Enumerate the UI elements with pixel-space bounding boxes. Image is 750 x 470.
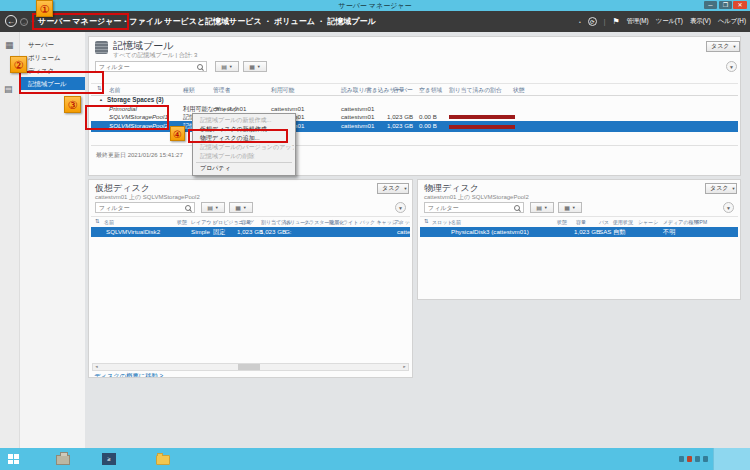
vdisk-tasks-button[interactable]: タスク▼ — [377, 183, 409, 194]
forward-icon[interactable]: → — [20, 18, 28, 26]
powershell-icon[interactable]: ≥ — [102, 453, 116, 465]
scroll-left-icon[interactable]: ◄ — [93, 364, 100, 370]
annotation-box-4 — [188, 129, 288, 143]
breadcrumb-rest[interactable]: ・ファイル サービスと記憶域サービス ・ ボリューム ・ 記憶域プール — [121, 16, 375, 27]
physical-disks-panel: 物理ディスク cattestvm01 上の SQLVMStoragePool2 … — [417, 179, 741, 300]
search-icon — [185, 205, 191, 211]
vdisk-collapse-button[interactable]: ▼ — [395, 202, 406, 213]
pools-collapse-button[interactable]: ▼ — [726, 61, 737, 72]
servers-icon[interactable]: ▤ — [4, 84, 13, 94]
col-name[interactable]: 名前 — [104, 219, 114, 225]
menu-manage[interactable]: 管理(M) — [627, 17, 649, 26]
storage-pools-panel: 記憶域プール すべての記憶域プール | 合計: 3 タスク▼ ▤▼ ▦▼ ▼ ⇅… — [88, 36, 741, 176]
vdisk-filter-preset-button[interactable]: ▤▼ — [201, 202, 225, 213]
system-tray[interactable] — [679, 456, 708, 462]
col-capacity[interactable]: 容量 — [241, 219, 251, 225]
chevron-down-icon: ▼ — [731, 186, 735, 191]
window-title: サーバー マネージャー — [0, 1, 750, 11]
clock-area[interactable] — [713, 448, 750, 470]
pdisk-collapse-button[interactable]: ▼ — [723, 202, 734, 213]
col-tiered[interactable]: 階層化 — [329, 219, 344, 225]
col-available-to[interactable]: 利用可能 — [271, 86, 294, 95]
pools-tasks-button[interactable]: タスク▼ — [706, 41, 740, 52]
menu-tools[interactable]: ツール(T) — [656, 17, 683, 26]
col-percent-allocated[interactable]: 割り当て済みの割合 — [449, 86, 502, 95]
col-chassis[interactable]: シャーシ — [638, 219, 658, 225]
pdisk-grouping-button[interactable]: ▦▼ — [558, 202, 582, 213]
horizontal-scrollbar[interactable]: ◄ ► — [92, 363, 409, 371]
folder-icon[interactable] — [156, 455, 170, 465]
flag-icon[interactable]: ⚑ — [612, 17, 619, 26]
pdisk-filter-input[interactable] — [424, 202, 524, 213]
last-refreshed: 最終更新日 2021/01/26 15:41:27 — [96, 151, 183, 160]
col-type[interactable]: 種類 — [183, 86, 195, 95]
col-rpm[interactable]: RPM — [696, 219, 707, 225]
table-row-selected[interactable]: SQLVMVirtualDisk2 Simple 固定 1,023 GB 1,0… — [91, 227, 410, 237]
sidebar-item-servers[interactable]: サーバー — [20, 39, 85, 51]
maximize-button[interactable]: ❐ — [719, 1, 732, 9]
pdisk-filter-preset-button[interactable]: ▤▼ — [530, 202, 554, 213]
scroll-right-icon[interactable]: ► — [401, 364, 408, 370]
scrollbar-thumb[interactable] — [238, 364, 260, 370]
left-icon-strip: ▦ ▤ — [0, 32, 20, 448]
col-free-space[interactable]: 空き領域 — [419, 86, 442, 95]
pools-filter-preset-button[interactable]: ▤▼ — [215, 61, 239, 72]
grouping-icon: ▦ — [249, 63, 255, 70]
refresh-icon[interactable]: ⟳ — [588, 17, 597, 26]
minimize-button[interactable]: ─ — [704, 1, 717, 9]
col-capacity[interactable]: 容量 — [393, 86, 405, 95]
chevron-down-icon: ▼ — [544, 205, 548, 210]
col-bus[interactable]: バス — [599, 219, 609, 225]
menu-item-delete-storage-pool: 記憶域プールの削除 — [194, 152, 294, 161]
tray-icon[interactable] — [703, 456, 708, 462]
saved-filter-icon: ▤ — [221, 63, 227, 70]
navbar-right: • ⟳ | ⚑ 管理(M) ツール(T) 表示(V) ヘルプ(H) — [579, 11, 746, 32]
col-attached[interactable]: アタッチ — [394, 219, 410, 225]
go-to-disks-link[interactable]: ディスクの概要に移動 > — [94, 372, 163, 378]
chevron-down-icon: ▼ — [403, 186, 407, 191]
step-badge-4: ④ — [170, 126, 185, 141]
col-status[interactable]: 状態 — [513, 86, 525, 95]
col-status[interactable]: 状態 — [177, 219, 187, 225]
menu-separator — [196, 162, 292, 163]
virtual-disks-panel: 仮想ディスク cattestvm01 上の SQLVMStoragePool2 … — [88, 179, 413, 378]
titlebar: サーバー マネージャー ─ ❐ ✕ — [0, 0, 750, 11]
pools-filter-input[interactable] — [95, 61, 207, 72]
chevron-down-icon: ▼ — [229, 64, 233, 69]
vdisk-grouping-button[interactable]: ▦▼ — [229, 202, 253, 213]
sidebar-item-volumes[interactable]: ボリューム — [20, 52, 85, 64]
saved-filter-icon: ▤ — [207, 204, 213, 211]
col-slot[interactable]: スロット — [432, 219, 452, 225]
server-manager-icon[interactable] — [56, 455, 70, 465]
divider: | — [604, 18, 606, 25]
step-badge-1: ① — [36, 0, 53, 17]
pdisk-tasks-button[interactable]: タスク▼ — [705, 183, 737, 194]
tray-icon[interactable] — [695, 456, 700, 462]
col-media-type[interactable]: メディアの種類 — [663, 219, 699, 225]
collapse-triangle-icon[interactable]: ▲ — [99, 97, 103, 102]
dashboard-icon[interactable]: ▦ — [5, 40, 14, 50]
menu-item-properties[interactable]: プロパティ — [194, 164, 294, 173]
col-name[interactable]: 名前 — [451, 219, 461, 225]
vdisk-filter-input[interactable] — [95, 202, 195, 213]
col-usage[interactable]: 使用状況 — [613, 219, 633, 225]
menu-view[interactable]: 表示(V) — [690, 17, 711, 26]
tray-icon[interactable] — [679, 456, 684, 462]
pools-grouping-button[interactable]: ▦▼ — [243, 61, 267, 72]
close-button[interactable]: ✕ — [733, 1, 747, 9]
notification-dot-icon: • — [579, 19, 581, 25]
table-row-selected[interactable]: PhysicalDisk3 (cattestvm01) 1,023 GB SAS… — [420, 227, 738, 237]
col-name[interactable]: 名前 — [109, 86, 121, 95]
context-menu: 記憶域プールの新規作成... 仮想ディスクの新規作成... 物理ディスクの追加.… — [192, 113, 296, 176]
sort-icon[interactable]: ⇅ — [424, 218, 429, 224]
col-capacity[interactable]: 容量 — [576, 219, 586, 225]
taskbar: ≥ — [0, 448, 750, 470]
tray-alert-icon[interactable] — [687, 456, 692, 462]
back-icon[interactable]: ← — [5, 15, 17, 27]
start-button[interactable] — [8, 454, 19, 464]
chevron-down-icon: ▼ — [243, 205, 247, 210]
menu-help[interactable]: ヘルプ(H) — [718, 17, 746, 26]
col-status[interactable]: 状態 — [557, 219, 567, 225]
col-managed-by[interactable]: 管理者 — [213, 86, 230, 95]
sort-icon[interactable]: ⇅ — [95, 218, 100, 224]
